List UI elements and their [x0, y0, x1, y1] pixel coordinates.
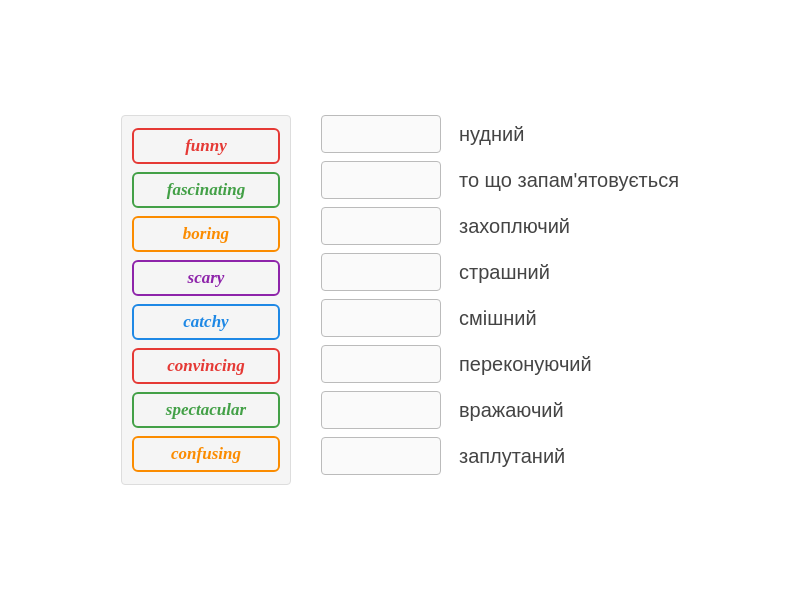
word-card-spectacular[interactable]: spectacular	[132, 392, 280, 428]
drop-box-3[interactable]	[321, 253, 441, 291]
translation-label: вражаючий	[459, 399, 564, 422]
drop-box-6[interactable]	[321, 391, 441, 429]
translation-label: смішний	[459, 307, 537, 330]
translation-label: заплутаний	[459, 445, 565, 468]
word-card-catchy[interactable]: catchy	[132, 304, 280, 340]
drop-box-7[interactable]	[321, 437, 441, 475]
word-card-fascinating[interactable]: fascinating	[132, 172, 280, 208]
translation-label: то що запам'ятовується	[459, 169, 679, 192]
match-row: нудний	[321, 115, 679, 153]
drop-box-4[interactable]	[321, 299, 441, 337]
drop-box-0[interactable]	[321, 115, 441, 153]
translation-label: нудний	[459, 123, 524, 146]
match-row: смішний	[321, 299, 679, 337]
word-card-boring[interactable]: boring	[132, 216, 280, 252]
match-row: страшний	[321, 253, 679, 291]
translation-label: страшний	[459, 261, 550, 284]
drop-box-2[interactable]	[321, 207, 441, 245]
main-container: funnyfascinatingboringscarycatchyconvinc…	[101, 75, 699, 525]
match-row: вражаючий	[321, 391, 679, 429]
match-list: нуднийто що запам'ятовуєтьсязахоплючийст…	[321, 115, 679, 475]
drop-box-5[interactable]	[321, 345, 441, 383]
word-card-scary[interactable]: scary	[132, 260, 280, 296]
word-card-confusing[interactable]: confusing	[132, 436, 280, 472]
drop-box-1[interactable]	[321, 161, 441, 199]
word-card-funny[interactable]: funny	[132, 128, 280, 164]
word-card-convincing[interactable]: convincing	[132, 348, 280, 384]
translation-label: захоплючий	[459, 215, 570, 238]
word-list: funnyfascinatingboringscarycatchyconvinc…	[121, 115, 291, 485]
match-row: заплутаний	[321, 437, 679, 475]
translation-label: переконуючий	[459, 353, 592, 376]
match-row: то що запам'ятовується	[321, 161, 679, 199]
match-row: захоплючий	[321, 207, 679, 245]
match-row: переконуючий	[321, 345, 679, 383]
